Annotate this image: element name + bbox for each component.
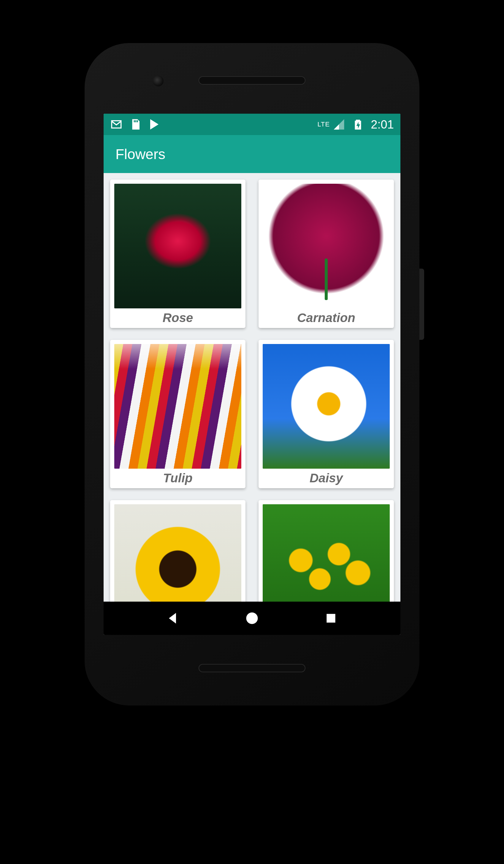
svg-point-3 bbox=[247, 613, 258, 624]
signal-icon bbox=[333, 118, 345, 131]
recents-button[interactable] bbox=[322, 609, 340, 628]
earpiece-speaker bbox=[199, 76, 305, 85]
clock-label: 2:01 bbox=[371, 118, 394, 131]
navigation-bar bbox=[104, 602, 400, 635]
bottom-speaker bbox=[199, 664, 305, 672]
flower-card-carnation[interactable]: Carnation bbox=[259, 180, 394, 328]
flower-image bbox=[263, 184, 390, 308]
battery-charging-icon bbox=[352, 118, 364, 131]
svg-rect-2 bbox=[137, 120, 138, 122]
app-title: Flowers bbox=[116, 146, 165, 163]
status-bar: LTE 2:01 bbox=[104, 114, 400, 135]
flower-label: Carnation bbox=[297, 311, 355, 325]
flower-card-daisy[interactable]: Daisy bbox=[259, 340, 394, 488]
flower-label: Tulip bbox=[163, 471, 193, 485]
home-button[interactable] bbox=[242, 609, 262, 628]
flower-image bbox=[263, 504, 390, 602]
phone-frame: LTE 2:01 Flowers Rose bbox=[85, 43, 419, 706]
flower-grid: Rose Carnation Tulip Daisy bbox=[110, 180, 394, 602]
flower-image bbox=[114, 344, 241, 469]
flower-image bbox=[263, 344, 390, 469]
back-button[interactable] bbox=[164, 609, 182, 628]
flower-image bbox=[114, 504, 241, 602]
flower-image bbox=[114, 184, 241, 308]
svg-rect-1 bbox=[135, 120, 136, 122]
flower-card-sunflower[interactable]: Sunflower bbox=[110, 500, 245, 602]
flower-label: Daisy bbox=[310, 471, 343, 485]
app-bar: Flowers bbox=[104, 135, 400, 173]
front-camera bbox=[153, 76, 164, 86]
flower-card-daffodil[interactable]: Daffodil bbox=[259, 500, 394, 602]
screen: LTE 2:01 Flowers Rose bbox=[104, 114, 400, 635]
svg-rect-4 bbox=[326, 614, 335, 622]
flower-card-rose[interactable]: Rose bbox=[110, 180, 245, 328]
flower-label: Rose bbox=[163, 311, 193, 325]
gmail-icon bbox=[110, 118, 123, 131]
svg-rect-0 bbox=[134, 120, 135, 122]
sd-card-icon bbox=[129, 118, 142, 131]
flower-card-tulip[interactable]: Tulip bbox=[110, 340, 245, 488]
network-type-label: LTE bbox=[317, 120, 330, 128]
content-area[interactable]: Rose Carnation Tulip Daisy bbox=[104, 173, 400, 602]
canvas: LTE 2:01 Flowers Rose bbox=[0, 0, 504, 864]
phone-side-button bbox=[419, 268, 424, 340]
play-store-icon bbox=[148, 118, 160, 131]
